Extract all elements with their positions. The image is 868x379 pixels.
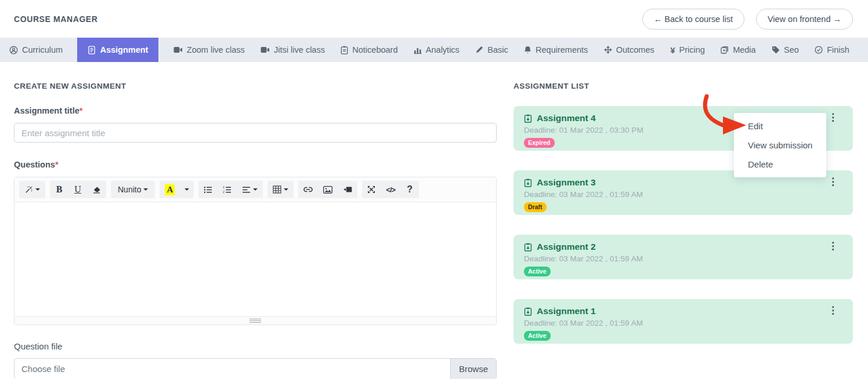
unordered-list-button[interactable]	[198, 181, 218, 198]
tab-label: Seo	[784, 45, 799, 54]
assignment-deadline: Deadline: 03 Mar 2022 , 01:59 AM	[524, 254, 842, 263]
assignment-card-title: Assignment 2	[524, 242, 842, 252]
menu-item-delete[interactable]: Delete	[734, 155, 826, 174]
tab-assignment[interactable]: Assignment	[77, 38, 158, 62]
tab-label: Pricing	[679, 45, 704, 54]
questions-rich-text-editor: B U Nunito A	[14, 177, 497, 325]
page-title: COURSE MANAGER	[14, 14, 98, 24]
menu-item-view-submission[interactable]: View submission	[734, 136, 826, 155]
font-color-button[interactable]: A	[160, 181, 180, 198]
tab-label: Finish	[827, 45, 849, 54]
insert-image-button[interactable]	[318, 181, 338, 198]
kebab-menu-icon[interactable]: ⋮	[828, 112, 838, 122]
journal-icon	[88, 46, 96, 54]
help-button[interactable]: ?	[400, 181, 419, 198]
status-badge: Draft	[524, 202, 547, 212]
assignment-card-title: Assignment 1	[524, 306, 842, 316]
assignment-title-input[interactable]	[14, 123, 497, 143]
journal-arrow-down-icon	[524, 114, 532, 123]
tab-label: Zoom live class	[187, 45, 245, 54]
clear-formatting-button[interactable]	[87, 181, 106, 198]
questions-label: Questions*	[14, 160, 497, 169]
unordered-list-icon	[204, 186, 212, 194]
tab-requirements[interactable]: Requirements	[523, 38, 589, 62]
clipboard-icon	[341, 46, 348, 54]
chevron-down-icon	[253, 188, 258, 191]
code-view-button[interactable]: </>	[381, 181, 400, 198]
tab-basic[interactable]: Basic	[474, 38, 509, 62]
editor-statusbar	[15, 316, 496, 325]
kebab-menu-icon[interactable]: ⋮	[828, 241, 838, 251]
journal-arrow-down-icon	[524, 178, 532, 187]
file-placeholder-text: Choose file	[15, 359, 450, 379]
paragraph-align-dropdown[interactable]	[237, 181, 263, 198]
align-left-icon	[242, 186, 251, 194]
video-camera-icon	[173, 46, 183, 53]
font-color-dropdown[interactable]	[180, 181, 194, 198]
question-file-label: Question file	[14, 341, 497, 351]
table-dropdown[interactable]	[267, 181, 294, 198]
tab-label: Jitsi live class	[274, 45, 325, 54]
style-magic-button[interactable]	[19, 181, 45, 198]
header-actions: ← Back to course list View on frontend →	[642, 9, 853, 30]
ordered-list-button[interactable]: 12	[218, 181, 237, 198]
status-badge: Expired	[524, 138, 555, 148]
browse-button[interactable]: Browse	[450, 359, 496, 379]
assignment-context-menu: Edit View submission Delete	[734, 113, 826, 177]
media-icon	[721, 46, 729, 54]
insert-link-button[interactable]	[298, 181, 318, 198]
chevron-down-icon	[185, 188, 189, 191]
check-circle-icon	[815, 46, 823, 54]
status-badge: Active	[524, 331, 551, 341]
tab-analytics[interactable]: Analytics	[413, 38, 461, 62]
tab-zoom-live-class[interactable]: Zoom live class	[172, 38, 246, 62]
underline-icon: U	[74, 184, 81, 195]
chevron-down-icon	[284, 188, 288, 191]
editor-resize-handle[interactable]	[249, 319, 261, 323]
tab-pricing[interactable]: ¥ Pricing	[669, 38, 706, 62]
question-file-input[interactable]: Choose file Browse	[14, 358, 497, 379]
font-name-label: Nunito	[118, 185, 141, 194]
code-icon: </>	[386, 185, 395, 194]
assignment-deadline: Deadline: 03 Mar 2022 , 01:59 AM	[524, 190, 842, 199]
required-asterisk: *	[55, 160, 59, 169]
assignment-list-heading: ASSIGNMENT LIST	[513, 82, 853, 90]
tab-curriculum[interactable]: Curriculum	[8, 38, 64, 62]
insert-video-button[interactable]	[338, 181, 357, 198]
bell-icon	[524, 46, 531, 54]
tab-jitsi-live-class[interactable]: Jitsi live class	[259, 38, 326, 62]
fullscreen-button[interactable]	[362, 181, 381, 198]
tab-finish[interactable]: Finish	[813, 38, 851, 62]
image-icon	[323, 186, 332, 194]
status-badge: Active	[524, 267, 551, 276]
ordered-list-icon: 12	[223, 186, 232, 194]
editor-content-area[interactable]	[15, 202, 496, 316]
tab-outcomes[interactable]: Outcomes	[603, 38, 656, 62]
menu-item-edit[interactable]: Edit	[734, 116, 826, 136]
create-assignment-heading: CREATE NEW ASSIGNMENT	[14, 82, 497, 90]
kebab-menu-icon[interactable]: ⋮	[828, 177, 838, 187]
kebab-menu-icon[interactable]: ⋮	[828, 305, 838, 315]
view-on-frontend-button[interactable]: View on frontend →	[756, 9, 853, 30]
pencil-icon	[475, 46, 483, 54]
assignment-card-title: Assignment 3	[524, 177, 842, 188]
font-color-icon: A	[165, 184, 175, 195]
tag-icon	[772, 46, 780, 54]
tab-seo[interactable]: Seo	[771, 38, 800, 62]
bold-button[interactable]: B	[50, 181, 68, 198]
svg-text:2: 2	[223, 190, 225, 194]
eraser-icon	[92, 186, 101, 194]
yen-icon: ¥	[670, 45, 675, 55]
link-icon	[303, 187, 313, 192]
tab-media[interactable]: Media	[719, 38, 757, 62]
underline-button[interactable]: U	[68, 181, 87, 198]
page-header: COURSE MANAGER ← Back to course list Vie…	[0, 0, 868, 38]
user-circle-icon	[9, 46, 18, 54]
table-icon	[273, 185, 281, 194]
editor-toolbar: B U Nunito A	[15, 177, 496, 202]
back-to-course-list-button[interactable]: ← Back to course list	[642, 9, 744, 30]
tab-noticeboard[interactable]: Noticeboard	[339, 38, 399, 62]
svg-text:1: 1	[223, 186, 225, 189]
font-family-dropdown[interactable]: Nunito	[111, 181, 155, 198]
create-assignment-panel: CREATE NEW ASSIGNMENT Assignment title* …	[14, 82, 497, 379]
